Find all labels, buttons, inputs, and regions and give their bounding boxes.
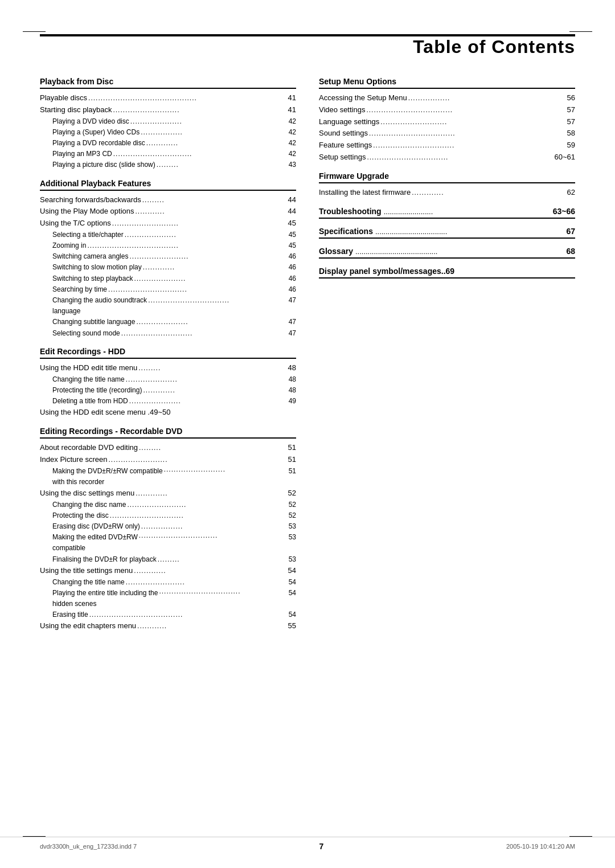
list-item: Zooming in .............................… xyxy=(40,240,296,251)
list-item: Changing the audio soundtracklanguage ..… xyxy=(40,295,296,317)
page: Table of Contents Playback from Disc Pla… xyxy=(0,0,615,868)
list-item: Feature settings .......................… xyxy=(319,140,575,152)
list-item: Playing a DVD recordable disc ..........… xyxy=(40,138,296,149)
header-rule-right xyxy=(569,31,592,32)
list-item: Protecting the title (recording) .......… xyxy=(40,385,296,396)
list-item: Accessing the Setup Menu ...............… xyxy=(319,92,575,104)
list-item: Using the title settings menu ..........… xyxy=(40,565,296,577)
list-item: Erasing title ..........................… xyxy=(40,609,296,620)
right-column: Setup Menu Options Accessing the Setup M… xyxy=(319,69,575,632)
list-item: Installing the latest firmware .........… xyxy=(319,187,575,199)
list-item: Sound settings .........................… xyxy=(319,128,575,140)
footer-filename: dvdr3300h_uk_eng_17233d.indd 7 xyxy=(40,843,137,850)
page-title: Table of Contents xyxy=(40,36,575,58)
list-item: Playing an MP3 CD ......................… xyxy=(40,149,296,159)
section-additional-playback: Additional Playback Features xyxy=(40,179,296,191)
list-item: Starting disc playback .................… xyxy=(40,104,296,116)
list-item: Playing a DVD video disc ...............… xyxy=(40,116,296,127)
list-item: Erasing disc (DVD±RW only) .............… xyxy=(40,521,296,532)
list-item: Setup settings .........................… xyxy=(319,152,575,163)
list-item: Deleting a title from HDD ..............… xyxy=(40,396,296,407)
section-edit-recordings-hdd: Edit Recordings - HDD xyxy=(40,347,296,359)
list-item: Changing the title name ................… xyxy=(40,577,296,588)
section-firmware-upgrade: Firmware Upgrade xyxy=(319,171,575,183)
footer-page-number: 7 xyxy=(319,842,324,851)
list-item: Using the disc settings menu ...........… xyxy=(40,488,296,499)
list-item: Switching to slow motion play ..........… xyxy=(40,262,296,273)
section-display-panel: Display panel symbol/messages..69 xyxy=(319,267,575,279)
list-item: Searching by time ......................… xyxy=(40,284,296,295)
section-troubleshooting: Troubleshooting ........................… xyxy=(319,207,575,219)
list-item: Changing the disc name .................… xyxy=(40,499,296,510)
list-item: Using the T/C options ..................… xyxy=(40,218,296,230)
list-item: Language settings ......................… xyxy=(319,116,575,128)
content-area: Playback from Disc Playable discs ......… xyxy=(40,69,575,632)
list-item: Selecting a title/chapter ..............… xyxy=(40,230,296,240)
list-item: Selecting sound mode ...................… xyxy=(40,328,296,339)
list-item: Using the HDD edit title menu ......... … xyxy=(40,362,296,374)
list-item: About recordable DVD editing ......... 5… xyxy=(40,442,296,454)
section-editing-recordings-dvd: Editing Recordings - Recordable DVD xyxy=(40,427,296,439)
list-item: Making the edited DVD±RWcompatible .....… xyxy=(40,532,296,554)
list-item: Playing the entire title including thehi… xyxy=(40,588,296,609)
list-item: Searching forwards/backwards ......... 4… xyxy=(40,194,296,206)
list-item: Finalising the DVD±R for playback ......… xyxy=(40,554,296,565)
list-item: Protecting the disc ....................… xyxy=(40,510,296,521)
section-setup-menu-options: Setup Menu Options xyxy=(319,77,575,89)
list-item: Using the edit chapters menu ...........… xyxy=(40,620,296,632)
list-item: Video settings .........................… xyxy=(319,104,575,116)
section-glossary: Glossary ...............................… xyxy=(319,247,575,259)
list-item: Using the Play Mode options ............… xyxy=(40,206,296,218)
list-item: Playing a picture disc (slide show) ....… xyxy=(40,159,296,170)
list-item: Changing subtitle language .............… xyxy=(40,317,296,327)
list-item: Playing a (Super) Video CDs ............… xyxy=(40,127,296,138)
list-item: Switching camera angles ................… xyxy=(40,251,296,262)
section-playback-from-disc: Playback from Disc xyxy=(40,77,296,89)
list-item: Using the HDD edit scene menu .49~50 xyxy=(40,407,296,419)
header-rule-left xyxy=(23,31,46,32)
list-item: Making the DVD±R/±RW compatiblewith this… xyxy=(40,466,296,488)
list-item: Changing the title name ................… xyxy=(40,374,296,385)
list-item: Switching to step playback .............… xyxy=(40,273,296,284)
list-item: Index Picture screen ...................… xyxy=(40,454,296,466)
footer-timestamp: 2005-10-19 10:41:20 AM xyxy=(506,843,575,850)
footer: dvdr3300h_uk_eng_17233d.indd 7 7 2005-10… xyxy=(0,837,615,851)
section-specifications: Specifications .........................… xyxy=(319,227,575,239)
left-column: Playback from Disc Playable discs ......… xyxy=(40,69,296,632)
list-item: Playable discs .........................… xyxy=(40,92,296,104)
